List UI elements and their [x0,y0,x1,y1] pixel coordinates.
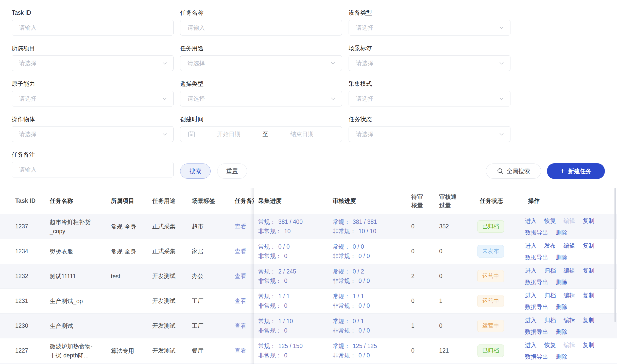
progress-regular-label: 常规： [258,243,276,250]
task-remark-input[interactable] [12,162,174,177]
progress-irregular-label: 非常规： [258,253,282,259]
view-remark-link[interactable]: 查看 [235,322,246,330]
task-id-input[interactable] [12,20,174,35]
action-link[interactable]: 编辑 [563,241,575,250]
action-link[interactable]: 数据导出 [525,303,548,311]
chevron-down-icon [500,27,504,29]
progress-regular-label: 常规： [258,268,276,275]
action-link[interactable]: 进入 [525,291,537,300]
cell-review-progress: 常规：0 / 1 非常规：0 / 0 [333,314,411,338]
view-remark-link[interactable]: 查看 [235,297,246,305]
chevron-down-icon [500,98,504,100]
create-time-daterange[interactable]: 开始日期 至 结束日期 [180,126,342,142]
collect-regular-value: 125 / 150 [278,343,303,349]
view-remark-link[interactable]: 查看 [235,272,246,280]
view-remark-link[interactable]: 查看 [235,347,246,355]
filter-label: Task ID [12,9,174,17]
action-link[interactable]: 归档 [544,316,556,324]
cell-actions: 进入归档编辑复制数据导出删除 [523,264,615,288]
global-search-button[interactable]: 全局搜索 [486,163,541,179]
create-task-button[interactable]: + 新建任务 [547,163,605,179]
action-link[interactable]: 数据导出 [525,253,548,262]
collect-regular-value: 1 / 1 [278,293,290,300]
task-name-input[interactable] [180,20,342,35]
review-regular-value: 0 / 1 [353,318,364,324]
action-link[interactable]: 复制 [583,241,594,250]
progress-regular-label: 常规： [333,219,350,225]
action-link[interactable]: 数据导出 [525,228,548,237]
action-link[interactable]: 删除 [556,303,568,311]
action-link[interactable]: 进入 [525,216,537,225]
action-link[interactable]: 进入 [525,341,537,349]
vertical-scrollbar-thumb[interactable] [614,188,616,322]
purpose-select[interactable]: 请选择 [180,55,342,71]
select-placeholder: 请选择 [356,130,503,138]
start-date-placeholder[interactable]: 开始日期 [197,130,261,138]
cell-project [111,314,152,338]
collect-mode-select[interactable]: 请选择 [349,91,510,106]
review-regular-value: 125 / 125 [353,343,377,349]
action-link[interactable]: 复制 [583,266,594,275]
action-link[interactable]: 发布 [544,241,556,250]
device-type-select[interactable]: 请选择 [349,20,510,35]
action-link[interactable]: 编辑 [563,216,575,225]
operate-object-select[interactable]: 请选择 [12,126,174,142]
header-review-progress: 审核进度 [333,188,411,214]
cell-passed-count: 0 [439,314,480,338]
action-link[interactable]: 编辑 [563,316,575,324]
action-link[interactable]: 恢复 [544,341,556,349]
cell-review-progress: 常规：381 / 381 非常规：10 / 10 [333,214,411,239]
cell-task-name: 超市冷鲜柜补货_copy [50,214,111,239]
action-link[interactable]: 编辑 [563,291,575,300]
cell-purpose: 正式采集 [152,239,192,264]
view-remark-link[interactable]: 查看 [235,223,246,230]
action-link[interactable]: 进入 [525,241,537,250]
action-link[interactable]: 数据导出 [525,278,548,286]
chevron-down-icon [163,62,167,65]
action-link[interactable]: 编辑 [563,266,575,275]
cell-task-id: 1232 [0,264,50,288]
action-link[interactable]: 删除 [556,278,568,286]
action-link[interactable]: 进入 [525,316,537,324]
cell-collect-progress: 常规：2 / 245 非常规：0 [254,264,333,288]
end-date-placeholder[interactable]: 结束日期 [270,130,334,138]
filter-label: 任务备注 [12,151,174,159]
chevron-down-icon [500,133,504,136]
action-link[interactable]: 删除 [556,228,568,237]
action-link[interactable]: 归档 [544,291,556,300]
review-irregular-value: 10 / 10 [358,228,376,234]
teleop-type-select[interactable]: 请选择 [180,91,342,106]
table-row: 1227 微波炉加热食物-干扰-depth降... 算法专用 开发测试 餐厅 查… [0,338,617,363]
action-link[interactable]: 恢复 [544,216,556,225]
view-remark-link[interactable]: 查看 [235,247,246,255]
action-link[interactable]: 复制 [583,341,594,349]
cell-remark: 查看 [232,338,254,363]
action-link[interactable]: 复制 [583,216,594,225]
cell-passed-count: 0 [439,239,480,264]
create-task-label: 新建任务 [568,167,592,175]
cell-task-status: 运营中 [477,289,523,313]
task-status-select[interactable]: 请选择 [349,126,510,142]
action-link[interactable]: 归档 [544,266,556,275]
project-select[interactable]: 请选择 [12,55,174,71]
action-link[interactable]: 编辑 [563,341,575,349]
action-link[interactable]: 数据导出 [525,327,548,336]
action-link[interactable]: 删除 [556,253,568,262]
search-button[interactable]: 搜索 [180,163,211,179]
progress-irregular-label: 非常规： [258,327,282,334]
header-project: 所属项目 [111,188,152,214]
action-link[interactable]: 复制 [583,316,594,324]
action-link[interactable]: 删除 [556,352,568,361]
action-link[interactable]: 复制 [583,291,594,300]
filter-label: 操作物体 [12,115,174,123]
scene-tag-select[interactable]: 请选择 [349,55,510,71]
progress-regular-label: 常规： [333,293,350,300]
progress-regular-label: 常规： [258,293,276,300]
action-link[interactable]: 删除 [556,327,568,336]
action-link[interactable]: 数据导出 [525,352,548,361]
action-link[interactable]: 进入 [525,266,537,275]
reset-button[interactable]: 重置 [217,163,247,179]
atomic-ability-select[interactable]: 请选择 [12,91,174,106]
collect-regular-value: 0 / 0 [278,243,290,250]
progress-irregular-label: 非常规： [333,327,356,334]
